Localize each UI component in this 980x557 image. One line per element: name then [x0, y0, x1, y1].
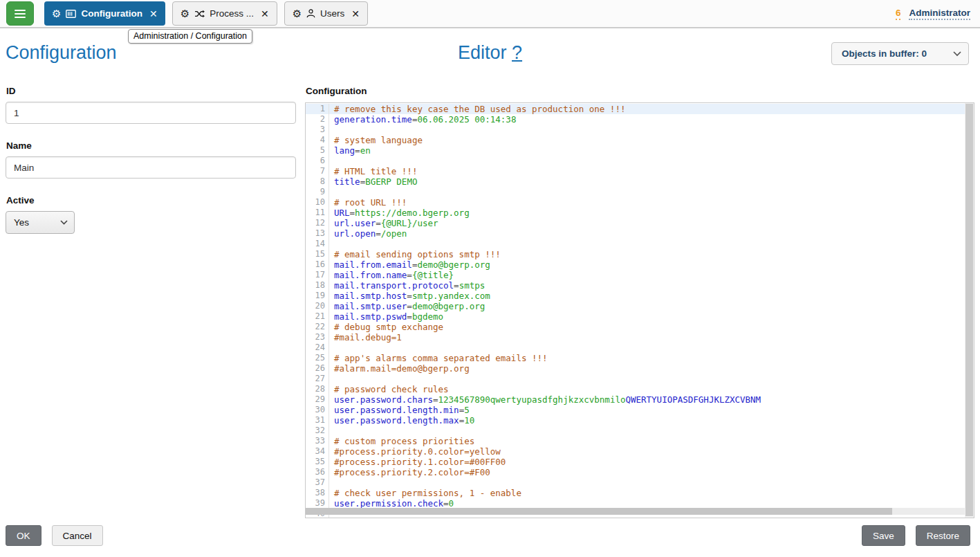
- close-icon[interactable]: ✕: [351, 8, 360, 19]
- code-text: url.open=/open: [329, 228, 407, 239]
- code-line[interactable]: 18mail.transport.protocol=smtps: [306, 280, 965, 291]
- code-line[interactable]: 8title=BGERP DEMO: [306, 176, 965, 187]
- name-input[interactable]: [6, 156, 296, 179]
- line-number: 12: [306, 218, 329, 228]
- ok-button[interactable]: OK: [6, 525, 41, 546]
- code-line[interactable]: 38# check user permissions, 1 - enable: [306, 488, 965, 498]
- code-line[interactable]: 36#process.priority.2.color=#F00: [306, 467, 965, 477]
- page-title: Configuration: [6, 42, 117, 64]
- save-button[interactable]: Save: [862, 525, 905, 546]
- code-line[interactable]: 24: [306, 343, 965, 353]
- main-menu-button[interactable]: [6, 1, 34, 26]
- code-line[interactable]: 14: [306, 239, 965, 249]
- tab-users[interactable]: ⚙Users✕: [284, 1, 368, 26]
- code-line[interactable]: 33# custom process priorities: [306, 436, 965, 446]
- code-line[interactable]: 31user.password.length.max=10: [306, 415, 965, 426]
- code-line[interactable]: 5lang=en: [306, 145, 965, 156]
- code-text: [329, 125, 334, 135]
- code-text: # root URL !!!: [329, 197, 407, 208]
- horizontal-scrollbar-thumb[interactable]: [306, 508, 892, 515]
- code-line[interactable]: 26#alarm.mail=demo@bgerp.org: [306, 363, 965, 374]
- code-line[interactable]: 10# root URL !!!: [306, 197, 965, 208]
- line-number: 20: [306, 301, 329, 311]
- code-line[interactable]: 3: [306, 125, 965, 135]
- active-select[interactable]: Yes: [6, 211, 75, 234]
- code-line[interactable]: 28# password check rules: [306, 384, 965, 394]
- horizontal-scrollbar[interactable]: [306, 508, 965, 515]
- tab-label: Configuration: [81, 8, 142, 19]
- line-number: 27: [306, 374, 329, 384]
- vertical-scrollbar[interactable]: [965, 103, 974, 518]
- objects-buffer-dropdown[interactable]: Objects in buffer: 0: [831, 42, 969, 65]
- line-number: 18: [306, 280, 329, 291]
- code-line[interactable]: 22# debug smtp exchange: [306, 322, 965, 332]
- help-link[interactable]: ?: [512, 42, 522, 63]
- code-text: [329, 374, 334, 384]
- code-text: # custom process priorities: [329, 436, 474, 446]
- buffer-count: 0: [922, 48, 927, 59]
- code-line[interactable]: 17mail.from.name={@title}: [306, 270, 965, 280]
- code-line[interactable]: 19mail.smtp.host=smtp.yandex.com: [306, 291, 965, 301]
- code-line[interactable]: 11URL=https://demo.bgerp.org: [306, 208, 965, 218]
- code-line[interactable]: 30user.password.length.min=5: [306, 405, 965, 415]
- code-editor[interactable]: 1# remove this key case the DB used as p…: [305, 102, 974, 518]
- close-icon[interactable]: ✕: [261, 8, 269, 19]
- vertical-scrollbar-thumb[interactable]: [965, 104, 973, 516]
- notification-count-badge[interactable]: 6: [896, 8, 901, 20]
- code-line[interactable]: 25# app's alarms comma separated emails …: [306, 353, 965, 363]
- code-text: mail.smtp.host=smtp.yandex.com: [329, 291, 490, 301]
- code-line[interactable]: 23#mail.debug=1: [306, 332, 965, 343]
- code-line[interactable]: 1# remove this key case the DB used as p…: [306, 104, 965, 114]
- code-line[interactable]: 39user.permission.check=0: [306, 498, 965, 509]
- code-line[interactable]: 35#process.priority.1.color=#00FF00: [306, 457, 965, 467]
- code-line[interactable]: 4# system language: [306, 135, 965, 145]
- record-form: ID Name Active Yes: [6, 86, 296, 234]
- close-icon[interactable]: ✕: [149, 8, 158, 19]
- code-text: [329, 477, 334, 488]
- code-line[interactable]: 27: [306, 374, 965, 384]
- code-text: mail.smtp.pswd=bgdemo: [329, 311, 443, 322]
- line-number: 33: [306, 436, 329, 446]
- id-input[interactable]: [6, 102, 296, 124]
- code-text: user.password.length.min=5: [329, 405, 470, 415]
- code-line[interactable]: 29user.password.chars=1234567890qwertyup…: [306, 394, 965, 405]
- code-line[interactable]: 6: [306, 156, 965, 166]
- cancel-button[interactable]: Cancel: [52, 525, 103, 546]
- code-text: # system language: [329, 135, 423, 145]
- code-line[interactable]: 2generation.time=06.06.2025 00:14:38: [306, 114, 965, 125]
- line-number: 22: [306, 322, 329, 332]
- id-label: ID: [6, 86, 296, 96]
- line-number: 30: [306, 405, 329, 415]
- code-text: [329, 187, 334, 197]
- code-text: # email sending options smtp !!!: [329, 249, 501, 259]
- line-number: 34: [306, 446, 329, 457]
- line-number: 38: [306, 488, 329, 498]
- code-text: #alarm.mail=demo@bgerp.org: [329, 363, 470, 374]
- tab-process[interactable]: ⚙Process ...✕: [172, 1, 277, 26]
- code-line[interactable]: 16mail.from.email=demo@bgerp.org: [306, 259, 965, 270]
- code-text: mail.smtp.user=demo@bgerp.org: [329, 301, 485, 311]
- code-text: generation.time=06.06.2025 00:14:38: [329, 114, 516, 125]
- code-line[interactable]: 7# HTML title !!!: [306, 166, 965, 176]
- line-number: 1: [306, 104, 329, 114]
- code-line[interactable]: 15# email sending options smtp !!!: [306, 249, 965, 259]
- code-line[interactable]: 37: [306, 477, 965, 488]
- code-line[interactable]: 34#process.priority.0.color=yellow: [306, 446, 965, 457]
- line-number: 4: [306, 135, 329, 145]
- code-line[interactable]: 32: [306, 426, 965, 436]
- user-area: 6 Administrator: [896, 8, 970, 20]
- current-user-link[interactable]: Administrator: [909, 8, 970, 20]
- line-number: 10: [306, 197, 329, 208]
- line-number: 14: [306, 239, 329, 249]
- gear-icon: ⚙: [293, 8, 302, 19]
- code-line[interactable]: 20mail.smtp.user=demo@bgerp.org: [306, 301, 965, 311]
- line-number: 3: [306, 125, 329, 135]
- tab-configuration[interactable]: ⚙Configuration✕: [44, 1, 165, 26]
- line-number: 23: [306, 332, 329, 343]
- restore-button[interactable]: Restore: [916, 525, 970, 546]
- code-line[interactable]: 13url.open=/open: [306, 228, 965, 239]
- code-line[interactable]: 9: [306, 187, 965, 197]
- code-line[interactable]: 21mail.smtp.pswd=bgdemo: [306, 311, 965, 322]
- code-line[interactable]: 12url.user={@URL}/user: [306, 218, 965, 228]
- shuffle-icon: [194, 10, 205, 18]
